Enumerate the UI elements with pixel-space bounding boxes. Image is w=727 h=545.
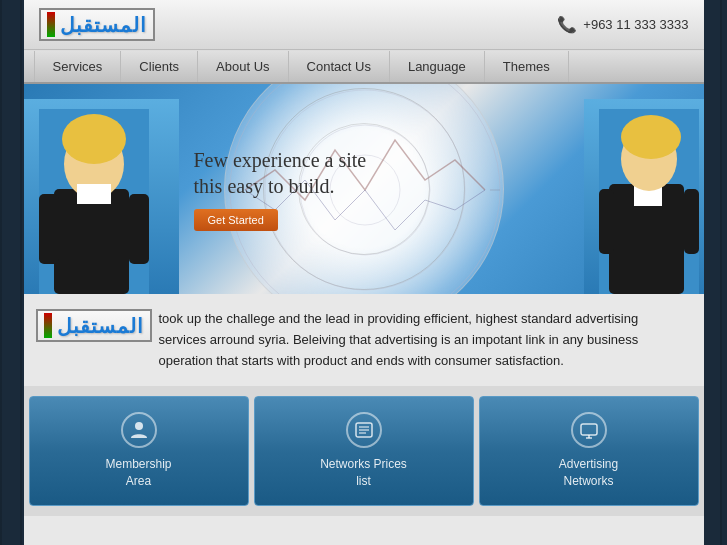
header: المستقبل 📞 +963 11 333 3333 <box>24 0 704 50</box>
membership-card[interactable]: MembershipArea <box>29 396 249 506</box>
nav-item-clients[interactable]: Clients <box>121 51 198 82</box>
phone-area: 📞 +963 11 333 3333 <box>557 15 688 34</box>
prices-icon <box>346 412 382 448</box>
tv-icon <box>579 420 599 440</box>
nav-item-themes[interactable]: Themes <box>485 51 569 82</box>
hero-headline: Few experience a site this easy to build… <box>194 147 367 199</box>
svg-rect-21 <box>684 189 699 254</box>
prices-card[interactable]: Networks Priceslist <box>254 396 474 506</box>
svg-point-3 <box>62 114 126 164</box>
content-body-text: took up the challege and the lead in pro… <box>159 309 684 371</box>
content-logo: المستقبل <box>44 309 144 342</box>
svg-rect-6 <box>129 194 149 264</box>
advertising-card[interactable]: AdvertisingNetworks <box>479 396 699 506</box>
content-logo-box: المستقبل <box>36 309 152 342</box>
svg-rect-4 <box>77 184 111 204</box>
svg-point-22 <box>135 422 143 430</box>
hero-cta-button[interactable]: Get Started <box>194 209 278 231</box>
advertising-icon <box>571 412 607 448</box>
navbar: Services Clients About Us Contact Us Lan… <box>24 50 704 84</box>
phone-icon: 📞 <box>557 15 577 34</box>
membership-label: MembershipArea <box>105 456 171 490</box>
prices-label: Networks Priceslist <box>320 456 407 490</box>
bottom-cards-section: MembershipArea Networks Priceslist <box>24 386 704 516</box>
svg-rect-5 <box>39 194 59 264</box>
logo-flag-icon <box>47 12 55 37</box>
svg-point-19 <box>621 115 681 159</box>
hero-text-area: Few experience a site this easy to build… <box>194 147 367 231</box>
nav-item-language[interactable]: Language <box>390 51 485 82</box>
svg-rect-20 <box>599 189 614 254</box>
list-icon <box>354 420 374 440</box>
person-left-svg <box>39 109 149 294</box>
logo-area: المستقبل <box>39 8 155 41</box>
hero-person-right <box>584 99 704 294</box>
person-right-svg <box>599 109 699 294</box>
content-logo-flag <box>44 313 52 338</box>
hero-person-left <box>24 99 179 294</box>
person-icon <box>129 420 149 440</box>
nav-item-contact[interactable]: Contact Us <box>289 51 390 82</box>
content-logo-text: المستقبل <box>57 314 144 338</box>
hero-section: Few experience a site this easy to build… <box>24 84 704 294</box>
advertising-label: AdvertisingNetworks <box>559 456 618 490</box>
logo-box: المستقبل <box>39 8 155 41</box>
svg-rect-27 <box>581 424 597 435</box>
logo-text: المستقبل <box>60 13 147 37</box>
nav-item-services[interactable]: Services <box>34 51 122 82</box>
svg-rect-1 <box>54 189 129 294</box>
phone-number: +963 11 333 3333 <box>583 17 688 32</box>
nav-item-about[interactable]: About Us <box>198 51 288 82</box>
content-section: المستقبل took up the challege and the le… <box>24 294 704 386</box>
membership-icon <box>121 412 157 448</box>
